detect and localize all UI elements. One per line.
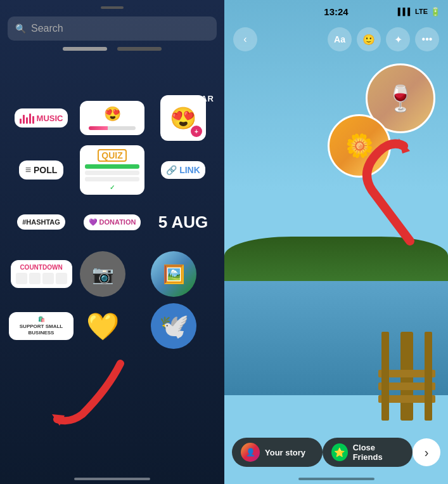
food-photo: 🍷 — [385, 84, 416, 114]
search-icon: 🔍 — [15, 23, 26, 34]
slider-track — [89, 126, 136, 130]
sticker-hashtag[interactable]: #HASHTAG — [9, 199, 74, 245]
star-icon: ⭐ — [334, 447, 345, 457]
your-story-label: Your story — [265, 448, 305, 457]
add-effects-button[interactable]: ✦ — [386, 27, 410, 51]
sticker-music[interactable]: MUSIC — [9, 95, 74, 141]
story-editor-panel: 13:24 ▌▌▌ LTE 🔋 ‹ Aa 🙂 ✦ ••• 🍷 — [224, 0, 448, 484]
status-bar: 13:24 ▌▌▌ LTE 🔋 — [224, 0, 448, 23]
sticker-photo-gallery[interactable]: 🖼️ — [151, 251, 196, 297]
sticker-donation[interactable]: 💜 DONATION — [80, 199, 144, 245]
quiz-label: QUIZ — [98, 149, 126, 162]
story-bottom-bar: 👤 Your story ⭐ Close Friends › — [224, 433, 448, 471]
emoji-badge: + — [191, 126, 202, 137]
date-label: 5 AUG — [158, 213, 208, 232]
slider-emoji: 😍 — [104, 106, 121, 122]
poll-label: POLL — [34, 165, 57, 175]
countdown-blocks — [16, 273, 67, 284]
more-options-button[interactable]: ••• — [415, 27, 439, 51]
sticker-date[interactable]: 5 AUG — [151, 199, 215, 245]
donation-heart-icon: 💜 — [89, 218, 98, 226]
home-indicator-right — [298, 478, 374, 480]
support-label: SUPPORT SMALL BUSINESS — [13, 324, 70, 336]
more-icon: ••• — [422, 34, 433, 45]
lte-label: LTE — [415, 8, 428, 15]
dove-emoji: 🕊️ — [159, 312, 189, 340]
search-bar[interactable]: 🔍 Search — [8, 16, 217, 41]
quiz-checkmark: ✓ — [110, 184, 115, 191]
quiz-opt-2 — [85, 177, 139, 181]
trees-background — [224, 237, 448, 287]
link-label: LINK — [179, 165, 200, 175]
svg-rect-5 — [381, 332, 389, 421]
countdown-label: COUNTDOWN — [20, 264, 62, 271]
text-button[interactable]: Aa — [328, 27, 352, 51]
flowers-photo: 🌼 — [345, 133, 374, 159]
story-toolbar: ‹ Aa 🙂 ✦ ••• — [224, 23, 448, 56]
camera-icon: 📷 — [92, 264, 114, 285]
sticker-poll[interactable]: ≡ POLL — [9, 147, 74, 193]
quiz-opt-selected — [85, 164, 139, 169]
music-bars-icon — [20, 112, 34, 124]
ukraine-emoji: 💛 — [86, 311, 119, 342]
arrow-right-icon: › — [425, 445, 429, 460]
back-icon: ‹ — [243, 34, 246, 45]
hashtag-label: #HASHTAG — [22, 218, 60, 226]
home-indicator-left — [74, 478, 150, 480]
face-icon: 🙂 — [362, 34, 375, 46]
back-button[interactable]: ‹ — [233, 27, 257, 51]
category-tabs — [0, 47, 224, 51]
sticker-quiz[interactable]: QUIZ ✓ — [80, 147, 144, 193]
close-friends-option[interactable]: ⭐ Close Friends — [323, 438, 413, 467]
sticker-slider[interactable]: 😍 — [80, 95, 144, 141]
left-arrow-overlay — [32, 351, 146, 427]
music-label: MUSIC — [37, 114, 63, 123]
sticker-ukraine-flag[interactable]: 💛 — [80, 303, 125, 349]
tab-pill-1[interactable] — [63, 47, 107, 51]
search-placeholder: Search — [31, 23, 63, 34]
sticker-link[interactable]: 🔗 LINK — [151, 147, 215, 193]
sticker-support-business[interactable]: 🛍️ SUPPORT SMALL BUSINESS — [9, 303, 74, 349]
sticker-picker-panel: 🔍 Search AVATAR MUSIC 😍 — [0, 0, 224, 484]
sparkle-icon: ✦ — [394, 34, 402, 46]
support-icon: 🛍️ — [38, 316, 45, 322]
face-effects-button[interactable]: 🙂 — [357, 27, 381, 51]
close-friends-label: Close Friends — [353, 443, 404, 462]
status-icons: ▌▌▌ LTE 🔋 — [398, 7, 440, 16]
link-icon: 🔗 — [166, 165, 177, 175]
camera-button[interactable]: 📷 — [80, 251, 125, 297]
svg-rect-6 — [425, 332, 432, 421]
your-story-option[interactable]: 👤 Your story — [232, 438, 323, 467]
quiz-options — [85, 164, 139, 181]
sticker-emoji-chat[interactable]: 😍 + — [151, 95, 215, 141]
emoji-badge-icon: + — [195, 128, 198, 135]
story-avatar-emoji: 👤 — [246, 448, 255, 457]
sticker-peace-dove[interactable]: 🕊️ — [151, 303, 196, 349]
tab-pill-2[interactable] — [117, 47, 162, 51]
status-time: 13:24 — [324, 6, 348, 17]
quiz-opt-1 — [85, 171, 139, 175]
sticker-countdown[interactable]: COUNTDOWN — [9, 251, 74, 297]
text-icon: Aa — [334, 34, 345, 44]
photo-icon: 🖼️ — [163, 264, 185, 285]
photo-sticker-flowers[interactable]: 🌼 — [328, 114, 391, 178]
poll-icon: ≡ — [25, 164, 31, 176]
drag-handle[interactable] — [101, 6, 124, 9]
signal-icon: ▌▌▌ — [398, 8, 413, 15]
story-avatar-icon: 👤 — [241, 443, 260, 462]
toolbar-right-buttons: Aa 🙂 ✦ ••• — [328, 27, 439, 51]
next-button[interactable]: › — [413, 438, 440, 466]
close-friends-icon: ⭐ — [331, 443, 348, 461]
donation-label: DONATION — [99, 218, 136, 226]
dock-element — [378, 332, 435, 421]
battery-icon: 🔋 — [430, 7, 440, 16]
svg-marker-0 — [52, 414, 65, 426]
